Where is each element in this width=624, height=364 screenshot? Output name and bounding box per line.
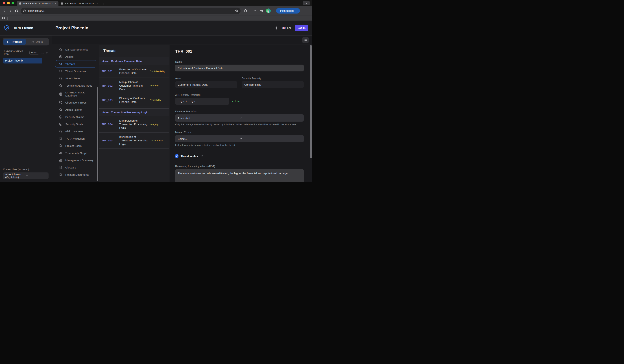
threat-scales-label: Threat scales <box>181 155 198 158</box>
upload-icon[interactable] <box>41 51 44 54</box>
tab-users[interactable]: Users <box>26 39 48 45</box>
reasoning-textarea[interactable]: The more customer records are exfiltrate… <box>175 169 304 182</box>
threat-row-thr-001[interactable]: THR_001 Extraction of Customer Financial… <box>99 65 169 78</box>
nav-item-attack-trees[interactable]: Attack Trees <box>55 75 96 82</box>
nav-label: MITRE ATT&CK Database <box>65 91 94 97</box>
new-tab-button[interactable] <box>103 2 105 5</box>
threat-row-thr-004[interactable]: THR_004 Manipulation of Transaction Proc… <box>99 116 169 133</box>
threat-id: THR_004 <box>102 123 117 126</box>
tab-projects[interactable]: Projects <box>3 39 26 45</box>
bookmarks-divider <box>7 17 8 20</box>
file-text-icon <box>59 144 62 147</box>
nav-item-threat-scenarios[interactable]: Threat Scenarios <box>55 68 96 75</box>
app-header: Project Phoenix EN Log In <box>52 21 312 36</box>
nav-item-project-users[interactable]: Project Users <box>55 142 96 149</box>
damage-scenarios-helper: Only link damage scenarios directly caus… <box>175 123 304 126</box>
nav-item-attack-leaves[interactable]: Attack Leaves <box>55 106 96 113</box>
bookmark-star-icon[interactable] <box>235 9 238 12</box>
threats-list-header: Threats <box>99 45 169 57</box>
bookmarks-bar <box>0 16 312 21</box>
reload-icon[interactable] <box>15 9 18 13</box>
finish-update-button[interactable]: Finish update <box>276 8 300 14</box>
file-text-icon <box>59 166 62 169</box>
nav-item-circumvent-trees[interactable]: Circumvent Trees <box>55 99 96 106</box>
nav-item-tara-validation[interactable]: TARA Validation <box>55 135 96 142</box>
url-bar[interactable]: localhost:3001 <box>21 8 240 14</box>
nav-label: Technical Attack Trees <box>65 84 92 87</box>
minimize-window-button[interactable] <box>7 2 10 4</box>
site-info-icon[interactable] <box>23 9 26 12</box>
threat-security-property: Confidentiality <box>150 70 167 73</box>
nav-label: Glossary <box>65 166 76 169</box>
search-icon <box>59 70 62 73</box>
threat-row-thr-003[interactable]: THR_003 Blocking of Customer Financial D… <box>99 94 169 106</box>
apps-grid-icon[interactable] <box>2 17 5 20</box>
toolbar-divider <box>250 9 250 13</box>
nav-item-technical-attack-trees[interactable]: Technical Attack Trees <box>55 82 96 89</box>
zoom-window-button[interactable] <box>12 2 14 4</box>
name-input[interactable] <box>175 65 304 72</box>
search-icon <box>59 108 62 111</box>
nav-item-glossary[interactable]: Glossary <box>55 164 96 171</box>
current-user-select[interactable]: Alice Johnson (Org Admin) <box>3 172 49 179</box>
project-list-item-phoenix[interactable]: Project Phoenix <box>3 58 42 64</box>
theme-toggle-sun-icon[interactable] <box>274 26 278 30</box>
finish-update-label: Finish update <box>279 9 294 12</box>
url-text[interactable]: localhost:3001 <box>27 9 235 12</box>
nav-item-threats[interactable]: Threats <box>55 60 96 68</box>
tab-tara-fusion-docs[interactable]: Tara-Fusion | Next-Generatio <box>58 1 100 6</box>
app-root: TARA Fusion Projects Users CYBERSYSTEMS … <box>0 21 312 182</box>
threat-id: THR_002 <box>102 84 117 87</box>
close-tab-icon[interactable] <box>96 2 99 5</box>
downloads-icon[interactable] <box>253 9 257 13</box>
threat-name: Blocking of Customer Financial Data <box>119 96 148 104</box>
tab-tara-fusion[interactable]: TARA Fusion – AI-Powered Th <box>17 1 58 6</box>
page-title: Project Phoenix <box>55 25 88 30</box>
nav-scrollbar-thumb[interactable] <box>97 87 98 181</box>
forward-icon[interactable] <box>9 9 12 13</box>
asset-value-field: Customer Financial Data <box>175 81 237 88</box>
nav-item-assets[interactable]: Assets <box>55 53 96 60</box>
tab-projects-label: Projects <box>12 40 22 43</box>
nav-label: Related Documents <box>65 173 89 176</box>
shield-check-icon <box>59 101 62 104</box>
name-label: Name <box>175 60 304 63</box>
media-controls-icon[interactable] <box>260 9 263 13</box>
kebab-menu-icon <box>296 10 298 12</box>
close-window-button[interactable] <box>3 2 5 4</box>
threat-security-property: Integrity <box>150 84 167 87</box>
misuse-cases-select[interactable]: Select... <box>175 135 304 142</box>
detail-scrollbar-thumb[interactable] <box>310 45 312 158</box>
nav-item-risk-treatment[interactable]: Risk Treatment <box>55 128 96 135</box>
nav-item-security-claims[interactable]: Security Claims <box>55 113 96 121</box>
back-icon[interactable] <box>2 9 6 13</box>
language-switcher[interactable]: EN <box>282 26 291 29</box>
misuse-cases-helper: Link relevant misuse cases that are real… <box>175 144 304 146</box>
nav-item-management-summary[interactable]: Management Summary <box>55 157 96 164</box>
chevron-down-icon <box>239 117 301 120</box>
window-controls <box>0 0 17 6</box>
nav-item-related-documents[interactable]: Related Documents <box>55 171 96 178</box>
threat-row-thr-005[interactable]: THR_005 Invalidation of Transaction Proc… <box>99 133 169 149</box>
login-button[interactable]: Log In <box>295 25 309 31</box>
org-sidebar: TARA Fusion Projects Users CYBERSYSTEMS … <box>0 21 52 182</box>
damage-scenarios-select[interactable]: 1 selected <box>175 114 304 121</box>
nav-label: Assets <box>65 55 74 58</box>
threat-scales-checkbox[interactable] <box>175 154 179 158</box>
nav-item-damage-scenarios[interactable]: Damage Scenarios <box>55 46 96 53</box>
info-icon[interactable] <box>201 155 203 157</box>
search-icon <box>59 130 62 133</box>
profile-avatar[interactable] <box>266 8 271 13</box>
threat-detail-panel: THR_001 Name Asset Customer Financial Da… <box>169 45 312 182</box>
tab-search-chevron-button[interactable] <box>303 1 310 5</box>
shield-check-icon <box>59 122 62 126</box>
nav-item-traceability-graph[interactable]: Traceability Graph <box>55 149 96 157</box>
add-project-icon[interactable] <box>45 51 48 54</box>
hamburger-menu-button[interactable] <box>302 37 309 43</box>
close-tab-icon[interactable] <box>54 2 57 5</box>
threat-row-thr-002[interactable]: THR_002 Manipulation of Customer Financi… <box>99 78 169 94</box>
asset-section-header: Asset: Customer Financial Data <box>99 57 169 65</box>
nav-item-mitre-attack-database[interactable]: MITRE ATT&CK Database <box>55 89 96 99</box>
nav-item-security-goals[interactable]: Security Goals <box>55 121 96 128</box>
extensions-puzzle-icon[interactable] <box>244 9 247 13</box>
